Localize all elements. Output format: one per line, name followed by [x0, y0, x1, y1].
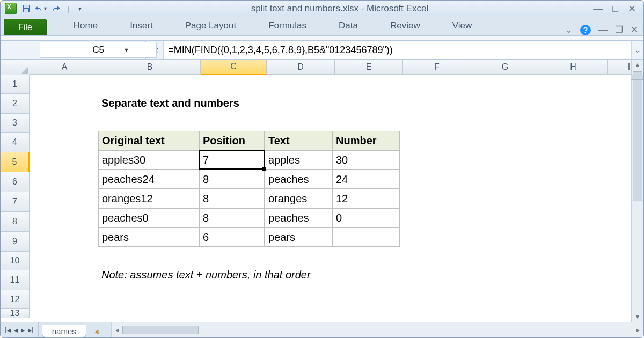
row-header-6[interactable]: 6 — [1, 172, 30, 192]
redo-button[interactable] — [50, 3, 63, 14]
table-header[interactable]: Number — [332, 131, 400, 150]
formula-input[interactable] — [164, 41, 631, 59]
col-header-A[interactable]: A — [30, 60, 99, 75]
table-row[interactable]: peaches24 — [98, 170, 199, 189]
save-button[interactable] — [20, 3, 33, 14]
nav-last-icon[interactable]: ▸I — [27, 326, 35, 334]
vscroll-thumb[interactable] — [633, 71, 642, 201]
quick-access-toolbar: ▼ | ▼ — [5, 3, 86, 14]
sheet-tab-active[interactable]: names — [42, 325, 86, 337]
undo-icon — [35, 5, 42, 12]
table-row[interactable]: apples30 — [98, 150, 199, 170]
table-row[interactable]: oranges12 — [98, 189, 199, 208]
row-header-7[interactable]: 7 — [1, 192, 30, 212]
row-header-2[interactable]: 2 — [1, 94, 30, 114]
close-button[interactable]: ✕ — [628, 3, 636, 14]
mdi-minimize[interactable]: — — [598, 25, 608, 35]
hscroll-thumb[interactable] — [122, 326, 199, 334]
row-header-4[interactable]: 4 — [1, 133, 30, 152]
table-row[interactable]: 0 — [332, 208, 400, 227]
table-row[interactable]: 6 — [199, 227, 265, 247]
col-header-B[interactable]: B — [99, 60, 201, 75]
vertical-scrollbar[interactable]: ▲ ▼ — [631, 60, 643, 322]
col-header-C[interactable]: C — [201, 60, 267, 75]
row-header-11[interactable]: 11 — [1, 270, 30, 290]
table-header[interactable]: Position — [199, 131, 265, 150]
row-header-13[interactable]: 13 — [1, 309, 30, 318]
scroll-left-icon[interactable]: ◂ — [112, 326, 122, 334]
table-row[interactable]: 7 — [199, 150, 265, 170]
split-handle[interactable] — [631, 75, 643, 80]
row-headers: 12345678910111213 — [1, 75, 30, 322]
scroll-down-icon[interactable]: ▼ — [632, 311, 643, 322]
row-header-1[interactable]: 1 — [1, 75, 30, 94]
formula-bar-expand-icon[interactable]: ⌄ — [631, 41, 643, 59]
table-header[interactable]: Original text — [98, 131, 199, 150]
table-row[interactable]: apples — [265, 150, 332, 170]
table-row[interactable]: peaches — [265, 208, 332, 227]
table-row[interactable]: peaches0 — [98, 208, 199, 227]
table-row[interactable]: 24 — [332, 170, 400, 189]
scroll-right-icon[interactable]: ▸ — [633, 326, 643, 334]
tab-formulas[interactable]: Formulas — [252, 17, 323, 35]
tab-view[interactable]: View — [436, 17, 488, 35]
excel-app-icon[interactable] — [5, 3, 17, 14]
ribbon-collapse-icon[interactable]: ⌄ — [565, 24, 573, 35]
formula-bar: ▼ fx ⌄ — [1, 41, 643, 60]
row-header-8[interactable]: 8 — [1, 212, 30, 232]
col-header-E[interactable]: E — [335, 60, 403, 75]
tab-home[interactable]: Home — [57, 17, 114, 35]
tab-insert[interactable]: Insert — [114, 17, 169, 35]
minimize-button[interactable]: — — [593, 3, 603, 14]
table-row[interactable]: peaches — [265, 170, 332, 189]
qat-customize[interactable]: ▼ — [74, 3, 86, 14]
title-bar: ▼ | ▼ split text and numbers.xlsx - Micr… — [1, 1, 643, 17]
tab-data[interactable]: Data — [323, 17, 374, 35]
svg-rect-1 — [24, 5, 29, 8]
sheet-title[interactable]: Separate text and numbers — [98, 93, 332, 113]
nav-prev-icon[interactable]: ◂ — [13, 326, 19, 334]
table-row[interactable]: 8 — [199, 208, 265, 227]
table-row[interactable]: 30 — [332, 150, 400, 170]
maximize-button[interactable]: □ — [612, 3, 618, 14]
name-box[interactable]: ▼ — [1, 41, 146, 59]
row-header-12[interactable]: 12 — [1, 290, 30, 309]
row-header-5[interactable]: 5 — [1, 152, 30, 172]
table-row[interactable]: oranges — [265, 189, 332, 208]
row-header-3[interactable]: 3 — [1, 114, 30, 133]
row-header-10[interactable]: 10 — [1, 252, 30, 270]
tab-review[interactable]: Review — [374, 17, 436, 35]
name-box-input[interactable] — [40, 42, 156, 57]
mdi-restore[interactable]: ❐ — [615, 24, 623, 35]
horizontal-scrollbar[interactable]: ◂ ▸ — [111, 322, 643, 337]
table-row[interactable]: 8 — [199, 189, 265, 208]
table-row[interactable]: pears — [265, 227, 332, 247]
status-bar: I◂ ◂ ▸ ▸I names ✷ ◂ ▸ — [1, 322, 643, 337]
select-all-corner[interactable] — [1, 60, 30, 75]
mdi-close[interactable]: ✕ — [631, 24, 638, 35]
col-header-H[interactable]: H — [539, 60, 608, 75]
row-header-9[interactable]: 9 — [1, 232, 30, 252]
col-header-G[interactable]: G — [471, 60, 539, 75]
tab-page-layout[interactable]: Page Layout — [169, 17, 252, 35]
scroll-up-icon[interactable]: ▲ — [632, 60, 643, 70]
cells-area[interactable]: Separate text and numbersOriginal textPo… — [30, 75, 643, 322]
table-row[interactable]: 12 — [332, 189, 400, 208]
col-header-F[interactable]: F — [403, 60, 471, 75]
note-text[interactable]: Note: assumes text + numbers, in that or… — [98, 265, 400, 284]
ribbon-tabs: File Home Insert Page Layout Formulas Da… — [1, 17, 643, 35]
new-sheet-button[interactable]: ✷ — [90, 327, 105, 337]
file-tab[interactable]: File — [4, 19, 47, 35]
nav-first-icon[interactable]: I◂ — [4, 326, 12, 334]
table-row[interactable] — [332, 227, 400, 247]
table-row[interactable]: 8 — [199, 170, 265, 189]
table-row[interactable]: pears — [98, 227, 199, 247]
name-box-dropdown-icon[interactable]: ▼ — [123, 47, 129, 53]
help-icon[interactable]: ? — [580, 25, 591, 35]
nav-next-icon[interactable]: ▸ — [20, 326, 26, 334]
col-header-D[interactable]: D — [267, 60, 335, 75]
table-header[interactable]: Text — [265, 131, 332, 150]
column-headers: ABCDEFGHI — [30, 60, 643, 75]
window-controls: — □ ✕ — [593, 3, 639, 14]
undo-button[interactable]: ▼ — [35, 3, 48, 14]
